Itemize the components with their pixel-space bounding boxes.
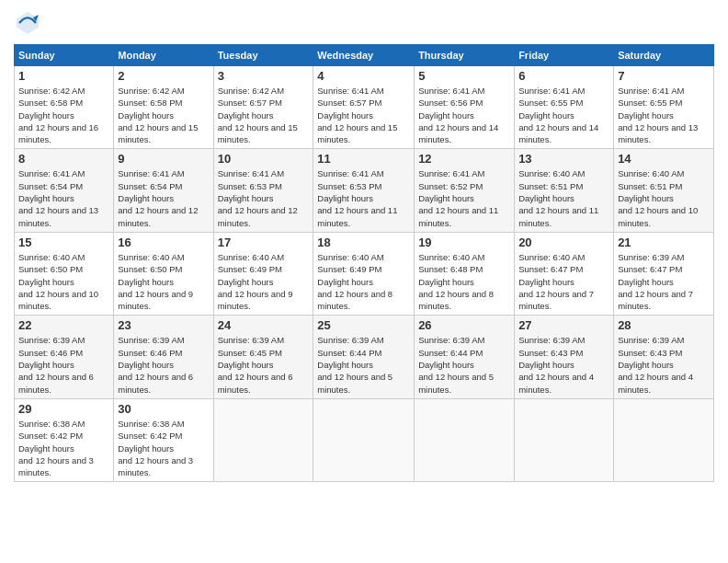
calendar-cell: 21 Sunrise: 6:39 AM Sunset: 6:47 PM Dayl… (614, 232, 714, 315)
header-row: SundayMondayTuesdayWednesdayThursdayFrid… (15, 45, 714, 66)
day-info: Sunrise: 6:42 AM Sunset: 6:58 PM Dayligh… (118, 85, 209, 145)
day-info: Sunrise: 6:41 AM Sunset: 6:55 PM Dayligh… (518, 85, 609, 145)
calendar-cell: 4 Sunrise: 6:41 AM Sunset: 6:57 PM Dayli… (313, 66, 415, 149)
day-number: 18 (317, 236, 410, 249)
calendar-cell (415, 398, 515, 481)
day-info: Sunrise: 6:39 AM Sunset: 6:47 PM Dayligh… (618, 251, 710, 312)
calendar-cell: 24 Sunrise: 6:39 AM Sunset: 6:45 PM Dayl… (213, 316, 313, 398)
day-number: 24 (218, 318, 310, 332)
calendar-cell: 17 Sunrise: 6:40 AM Sunset: 6:49 PM Dayl… (213, 232, 313, 315)
day-number: 10 (218, 152, 310, 166)
day-info: Sunrise: 6:40 AM Sunset: 6:50 PM Dayligh… (118, 251, 209, 312)
header-friday: Friday (515, 45, 614, 66)
day-info: Sunrise: 6:39 AM Sunset: 6:45 PM Dayligh… (218, 334, 310, 395)
day-info: Sunrise: 6:40 AM Sunset: 6:48 PM Dayligh… (418, 251, 510, 312)
calendar-cell (614, 398, 714, 481)
calendar-cell: 22 Sunrise: 6:39 AM Sunset: 6:46 PM Dayl… (15, 316, 114, 398)
calendar-cell: 20 Sunrise: 6:40 AM Sunset: 6:47 PM Dayl… (515, 232, 614, 315)
day-info: Sunrise: 6:41 AM Sunset: 6:54 PM Dayligh… (118, 167, 209, 228)
day-info: Sunrise: 6:39 AM Sunset: 6:44 PM Dayligh… (317, 334, 410, 395)
day-number: 4 (317, 69, 410, 83)
day-info: Sunrise: 6:41 AM Sunset: 6:55 PM Dayligh… (618, 85, 710, 145)
day-info: Sunrise: 6:41 AM Sunset: 6:52 PM Dayligh… (418, 167, 510, 228)
calendar-cell: 5 Sunrise: 6:41 AM Sunset: 6:56 PM Dayli… (415, 66, 515, 149)
day-info: Sunrise: 6:40 AM Sunset: 6:49 PM Dayligh… (317, 251, 410, 312)
calendar-cell: 7 Sunrise: 6:41 AM Sunset: 6:55 PM Dayli… (614, 66, 714, 149)
day-number: 21 (618, 236, 710, 249)
day-number: 15 (18, 236, 109, 249)
header-sunday: Sunday (15, 45, 114, 66)
calendar-cell: 11 Sunrise: 6:41 AM Sunset: 6:53 PM Dayl… (313, 149, 415, 232)
day-info: Sunrise: 6:41 AM Sunset: 6:54 PM Dayligh… (18, 167, 109, 228)
calendar-cell (515, 398, 614, 481)
calendar-cell: 15 Sunrise: 6:40 AM Sunset: 6:50 PM Dayl… (15, 232, 114, 315)
header-thursday: Thursday (415, 45, 515, 66)
calendar-cell: 25 Sunrise: 6:39 AM Sunset: 6:44 PM Dayl… (313, 316, 415, 398)
day-number: 16 (118, 236, 209, 249)
day-number: 9 (118, 152, 209, 166)
day-number: 8 (18, 152, 109, 166)
day-number: 17 (218, 236, 310, 249)
day-number: 20 (518, 236, 609, 249)
day-number: 7 (618, 69, 710, 83)
day-number: 27 (518, 318, 609, 332)
calendar-cell: 16 Sunrise: 6:40 AM Sunset: 6:50 PM Dayl… (114, 232, 213, 315)
day-info: Sunrise: 6:40 AM Sunset: 6:51 PM Dayligh… (618, 167, 710, 228)
day-number: 19 (418, 236, 510, 249)
calendar-cell: 9 Sunrise: 6:41 AM Sunset: 6:54 PM Dayli… (114, 149, 213, 232)
week-row-3: 15 Sunrise: 6:40 AM Sunset: 6:50 PM Dayl… (15, 232, 714, 315)
day-info: Sunrise: 6:38 AM Sunset: 6:42 PM Dayligh… (118, 418, 209, 478)
header-monday: Monday (114, 45, 213, 66)
week-row-5: 29 Sunrise: 6:38 AM Sunset: 6:42 PM Dayl… (15, 398, 714, 481)
day-number: 23 (118, 318, 209, 332)
day-info: Sunrise: 6:42 AM Sunset: 6:57 PM Dayligh… (218, 85, 310, 145)
day-number: 6 (518, 69, 609, 83)
day-number: 29 (18, 402, 109, 416)
calendar-cell: 28 Sunrise: 6:39 AM Sunset: 6:43 PM Dayl… (614, 316, 714, 398)
day-info: Sunrise: 6:39 AM Sunset: 6:44 PM Dayligh… (418, 334, 510, 395)
day-number: 11 (317, 152, 410, 166)
calendar-cell: 1 Sunrise: 6:42 AM Sunset: 6:58 PM Dayli… (15, 66, 114, 149)
calendar-cell (313, 398, 415, 481)
day-info: Sunrise: 6:40 AM Sunset: 6:50 PM Dayligh… (18, 251, 109, 312)
calendar-cell: 12 Sunrise: 6:41 AM Sunset: 6:52 PM Dayl… (415, 149, 515, 232)
page-header (14, 9, 714, 37)
day-info: Sunrise: 6:39 AM Sunset: 6:46 PM Dayligh… (118, 334, 209, 395)
calendar-cell: 14 Sunrise: 6:40 AM Sunset: 6:51 PM Dayl… (614, 149, 714, 232)
day-info: Sunrise: 6:42 AM Sunset: 6:58 PM Dayligh… (18, 85, 109, 145)
calendar-cell: 26 Sunrise: 6:39 AM Sunset: 6:44 PM Dayl… (415, 316, 515, 398)
calendar-cell: 29 Sunrise: 6:38 AM Sunset: 6:42 PM Dayl… (15, 398, 114, 481)
day-number: 22 (18, 318, 109, 332)
calendar-cell: 27 Sunrise: 6:39 AM Sunset: 6:43 PM Dayl… (515, 316, 614, 398)
header-tuesday: Tuesday (213, 45, 313, 66)
calendar-cell (213, 398, 313, 481)
day-info: Sunrise: 6:41 AM Sunset: 6:53 PM Dayligh… (317, 167, 410, 228)
day-number: 13 (518, 152, 609, 166)
day-number: 1 (18, 69, 109, 83)
calendar-cell: 8 Sunrise: 6:41 AM Sunset: 6:54 PM Dayli… (15, 149, 114, 232)
day-info: Sunrise: 6:40 AM Sunset: 6:49 PM Dayligh… (218, 251, 310, 312)
day-info: Sunrise: 6:41 AM Sunset: 6:56 PM Dayligh… (418, 85, 510, 145)
calendar-table: SundayMondayTuesdayWednesdayThursdayFrid… (14, 44, 714, 482)
calendar-cell: 19 Sunrise: 6:40 AM Sunset: 6:48 PM Dayl… (415, 232, 515, 315)
calendar-cell: 2 Sunrise: 6:42 AM Sunset: 6:58 PM Dayli… (114, 66, 213, 149)
logo-icon (14, 9, 41, 37)
week-row-2: 8 Sunrise: 6:41 AM Sunset: 6:54 PM Dayli… (15, 149, 714, 232)
day-info: Sunrise: 6:41 AM Sunset: 6:53 PM Dayligh… (218, 167, 310, 228)
week-row-1: 1 Sunrise: 6:42 AM Sunset: 6:58 PM Dayli… (15, 66, 714, 149)
day-number: 14 (618, 152, 710, 166)
week-row-4: 22 Sunrise: 6:39 AM Sunset: 6:46 PM Dayl… (15, 316, 714, 398)
day-info: Sunrise: 6:38 AM Sunset: 6:42 PM Dayligh… (18, 418, 109, 478)
calendar-cell: 6 Sunrise: 6:41 AM Sunset: 6:55 PM Dayli… (515, 66, 614, 149)
day-number: 25 (317, 318, 410, 332)
calendar-cell: 10 Sunrise: 6:41 AM Sunset: 6:53 PM Dayl… (213, 149, 313, 232)
day-number: 2 (118, 69, 209, 83)
day-info: Sunrise: 6:39 AM Sunset: 6:43 PM Dayligh… (518, 334, 609, 395)
day-number: 30 (118, 402, 209, 416)
day-number: 26 (418, 318, 510, 332)
calendar-cell: 3 Sunrise: 6:42 AM Sunset: 6:57 PM Dayli… (213, 66, 313, 149)
logo (14, 9, 43, 37)
calendar-cell: 13 Sunrise: 6:40 AM Sunset: 6:51 PM Dayl… (515, 149, 614, 232)
header-wednesday: Wednesday (313, 45, 415, 66)
calendar-cell: 18 Sunrise: 6:40 AM Sunset: 6:49 PM Dayl… (313, 232, 415, 315)
